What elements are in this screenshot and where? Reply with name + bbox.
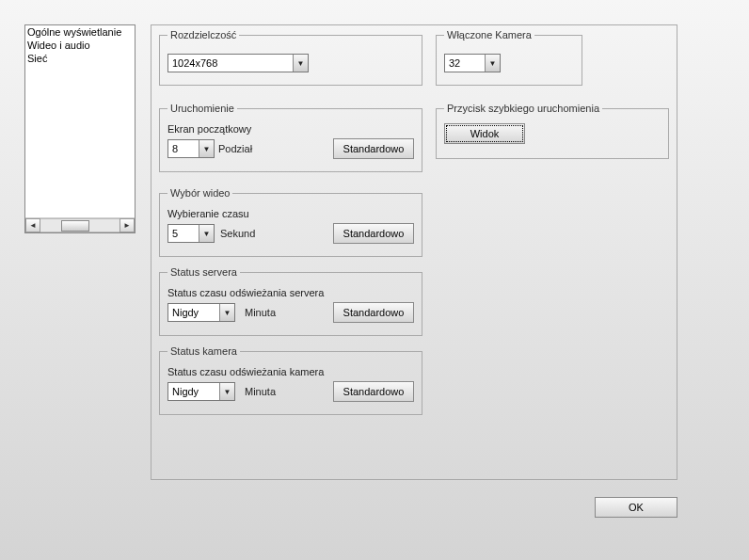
chevron-down-icon: ▼ <box>219 304 234 321</box>
camera-default-button[interactable]: Standardowo <box>333 381 414 402</box>
group-startup: Uruchomienie Ekran początkowy 8 ▼ Podzia… <box>159 103 422 172</box>
group-legend: Przycisk szybkiego uruchomienia <box>444 103 602 114</box>
group-legend: Status servera <box>167 266 240 278</box>
settings-dialog: Ogólne wyświetlanie Wideo i audio Sieć ◄… <box>0 0 749 560</box>
group-server-status: Status servera Status czasu odświeżania … <box>159 266 422 336</box>
server-field-label: Status czasu odświeżania servera <box>167 287 414 298</box>
video-field-label: Wybieranie czasu <box>167 208 414 219</box>
camera-count-select[interactable]: 32 ▼ <box>444 54 501 72</box>
group-resolution: Rozdzielczość 1024x768 ▼ <box>159 29 422 86</box>
camera-count-value: 32 <box>445 55 485 72</box>
video-default-button[interactable]: Standardowo <box>333 223 414 244</box>
chevron-down-icon: ▼ <box>199 140 214 157</box>
video-time-value: 5 <box>168 225 199 242</box>
camera-refresh-select[interactable]: Nigdy ▼ <box>167 382 235 401</box>
ok-button[interactable]: OK <box>595 497 677 518</box>
scroll-track[interactable] <box>40 218 120 232</box>
category-list-body: Ogólne wyświetlanie Wideo i audio Sieć <box>25 25 135 217</box>
camera-refresh-value: Nigdy <box>168 383 219 400</box>
group-quick-launch: Przycisk szybkiego uruchomienia Widok <box>436 103 669 159</box>
group-legend: Wybór wideo <box>167 187 232 199</box>
server-refresh-value: Nigdy <box>168 304 219 321</box>
chevron-down-icon: ▼ <box>199 225 214 242</box>
settings-main-panel: Rozdzielczość 1024x768 ▼ Włączone Kamera… <box>151 24 677 480</box>
group-legend: Status kamera <box>167 345 240 357</box>
scroll-right-button[interactable]: ► <box>120 218 135 232</box>
server-refresh-select[interactable]: Nigdy ▼ <box>167 303 235 322</box>
chevron-down-icon: ▼ <box>293 55 308 72</box>
list-item[interactable]: Ogólne wyświetlanie <box>25 25 135 39</box>
list-item[interactable]: Wideo i audio <box>25 39 135 52</box>
group-legend: Włączone Kamera <box>444 29 534 40</box>
group-camera-status: Status kamera Status czasu odświeżania k… <box>159 345 422 415</box>
scroll-left-button[interactable]: ◄ <box>25 218 40 232</box>
category-list: Ogólne wyświetlanie Wideo i audio Sieć ◄… <box>24 24 135 233</box>
resolution-value: 1024x768 <box>168 55 293 72</box>
horizontal-scrollbar[interactable]: ◄ ► <box>25 217 135 232</box>
group-camera-on: Włączone Kamera 32 ▼ <box>436 29 582 86</box>
video-unit: Sekund <box>220 228 255 239</box>
server-unit: Minuta <box>245 307 276 318</box>
video-time-select[interactable]: 5 ▼ <box>167 224 215 243</box>
camera-field-label: Status czasu odświeżania kamera <box>167 366 414 377</box>
group-legend: Rozdzielczość <box>167 29 239 40</box>
startup-unit: Podział <box>218 143 252 154</box>
quick-launch-view-button[interactable]: Widok <box>444 123 525 144</box>
group-legend: Uruchomienie <box>167 103 237 114</box>
resolution-select[interactable]: 1024x768 ▼ <box>167 54 309 72</box>
group-video-select: Wybór wideo Wybieranie czasu 5 ▼ Sekund … <box>159 187 422 257</box>
chevron-down-icon: ▼ <box>485 55 500 72</box>
startup-value-select[interactable]: 8 ▼ <box>167 139 215 158</box>
startup-value: 8 <box>168 140 199 157</box>
startup-default-button[interactable]: Standardowo <box>333 138 414 159</box>
scroll-thumb[interactable] <box>61 220 89 232</box>
camera-unit: Minuta <box>245 386 276 397</box>
list-item[interactable]: Sieć <box>25 52 135 65</box>
startup-field-label: Ekran początkowy <box>167 123 414 135</box>
server-default-button[interactable]: Standardowo <box>333 302 414 323</box>
chevron-down-icon: ▼ <box>219 383 234 400</box>
